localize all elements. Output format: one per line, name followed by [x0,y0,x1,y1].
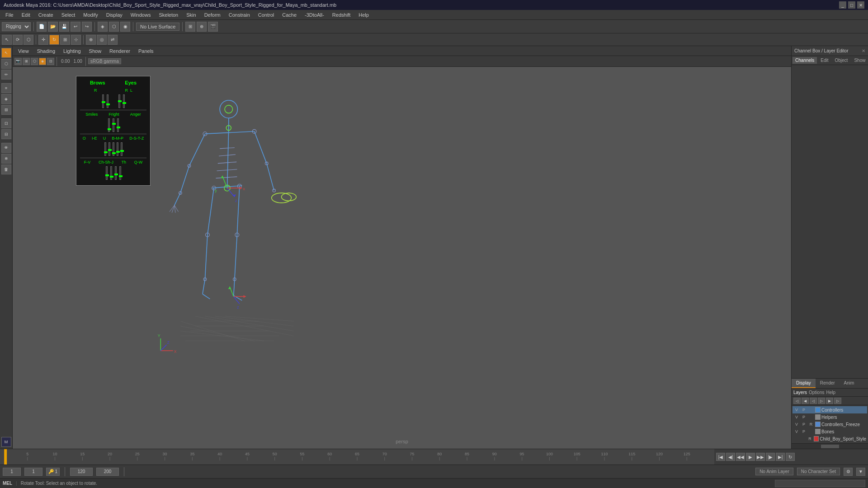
layer-p-4[interactable]: P [801,429,807,434]
layer-row[interactable]: V P Helpers [793,413,867,421]
menu-select[interactable]: Select [58,11,79,19]
char-set-menu-btn[interactable]: ▼ [856,468,865,476]
rotate-tool-btn[interactable]: ↻ [49,35,59,45]
select-tool-btn[interactable]: ↖ [2,35,12,45]
ph-u-slider[interactable] [113,142,114,156]
close-button[interactable]: ✕ [857,1,864,9]
universal-tool-btn[interactable]: ⊹ [71,35,81,45]
brow-l-slider[interactable] [107,94,108,108]
menu-display[interactable]: Display [103,11,126,19]
menu-skin[interactable]: Skin [183,11,199,19]
layer-color-3[interactable] [815,422,821,427]
eye-l-slider[interactable] [123,94,125,108]
fright-slider[interactable] [113,118,114,132]
vp-shading-menu[interactable]: Shading [33,47,59,55]
play-back-btn[interactable]: ◀◀ [736,453,745,461]
vp-renderer-menu[interactable]: Renderer [106,47,134,55]
render-settings-btn[interactable]: ⊞ [1,105,11,115]
help-subtab[interactable]: Help [826,390,835,395]
go-start-btn[interactable]: |◀ [716,453,725,461]
loop-btn[interactable]: ↻ [786,453,795,461]
layer-new-btn[interactable]: ◁ [793,398,801,404]
new-scene-btn[interactable]: 📄 [37,22,47,32]
outliner-btn[interactable]: ≡ [1,83,11,93]
ph-fv-slider[interactable] [106,166,108,180]
menu-control[interactable]: Control [255,11,278,19]
channel-box-close[interactable]: ✕ [862,48,865,53]
layer-v-2[interactable]: V [793,415,800,419]
layer-color-5[interactable] [814,436,819,441]
hypershade-btn[interactable]: ◈ [1,94,11,104]
show-hide-btn[interactable]: 👁 [1,143,11,153]
menu-help[interactable]: Help [355,11,373,19]
layer-r-5[interactable]: R [807,436,813,441]
select-mode-btn[interactable]: ↖ [1,48,11,58]
anim-tab[interactable]: Anim [840,379,859,388]
grid-btn[interactable]: ⊞ [185,22,195,32]
go-end-btn[interactable]: ▶| [776,453,785,461]
vp-shade-btn[interactable]: ◈ [39,58,46,65]
layers-subtab[interactable]: Layers [793,390,807,395]
layer-v-4[interactable]: V [793,429,800,434]
range-end-input[interactable] [96,468,119,476]
menu-3dtall[interactable]: -3DtoAll- [301,11,328,19]
mode-dropdown[interactable]: Rigging [2,22,31,31]
layer-color-1[interactable] [815,407,821,413]
paint-select-btn[interactable]: ⬡ [24,35,33,45]
ph-th-slider[interactable] [115,166,117,180]
vp-cam-btn[interactable]: 📷 [14,58,22,65]
lasso-btn[interactable]: ⬡ [109,22,119,32]
step-back-btn[interactable]: ◀| [726,453,735,461]
mel-input-btn[interactable]: M [1,437,11,447]
char-set-label[interactable]: No Character Set [797,468,840,475]
char-set-options-btn[interactable]: ⚙ [844,468,853,476]
paint-btn[interactable]: ✏ [1,70,11,80]
layer-r-3[interactable]: R [808,422,814,427]
layer-row[interactable]: V P Controllers [793,406,867,413]
vp-wireframe-btn[interactable]: ⬡ [31,58,38,65]
mel-input[interactable] [775,480,865,487]
vp-view-menu[interactable]: View [14,47,33,55]
sym-btn[interactable]: ⇌ [108,35,118,45]
menu-file[interactable]: File [2,11,17,19]
ph-o-slider[interactable] [104,142,106,156]
layer-p-3[interactable]: P [801,422,807,427]
window-controls[interactable]: _ □ ✕ [839,1,864,9]
layer-color-4[interactable] [815,429,821,434]
soft-select-btn[interactable]: ◎ [97,35,107,45]
layer-fwd-btn[interactable]: ▷ [818,398,825,404]
srgb-label[interactable]: sRGB gamma [88,58,121,64]
play-fwd-btn[interactable]: ▶▶ [756,453,765,461]
freeze-btn[interactable]: ❄ [1,154,11,164]
step-fwd-btn[interactable]: |▶ [766,453,775,461]
current-frame-input[interactable] [3,468,21,476]
menu-skeleton[interactable]: Skeleton [155,11,182,19]
scale-tool-btn[interactable]: ⊞ [60,35,70,45]
component-btn[interactable]: ⬡ [1,59,11,69]
render-tab[interactable]: Render [816,379,840,388]
viewport-content[interactable]: Brows Eyes R R L [13,67,791,449]
menu-constrain[interactable]: Constrain [225,11,254,19]
lasso-tool-btn[interactable]: ⟳ [13,35,23,45]
anger-slider[interactable] [117,118,119,132]
menu-cache[interactable]: Cache [278,11,300,19]
edit-tab[interactable]: Edit [818,57,831,64]
paint-btn[interactable]: ◉ [120,22,130,32]
ph-dstz-slider[interactable] [121,142,123,156]
menu-redshift[interactable]: Redshift [329,11,354,19]
ph-ie-slider[interactable] [108,142,110,156]
attr-editor-btn[interactable]: ⊡ [1,118,11,128]
layer-scrollbar[interactable] [792,443,868,449]
viewport[interactable]: View Shading Lighting Show Renderer Pane… [13,46,791,449]
show-tab[interactable]: Show [851,57,868,64]
options-subtab[interactable]: Options [809,390,824,395]
layer-v-1[interactable]: V [793,408,800,412]
ph-qw-slider[interactable] [119,166,121,180]
timeline-ruler[interactable] [0,449,714,465]
play-btn[interactable]: ▶ [746,453,755,461]
frame-display-input[interactable] [24,468,42,476]
smiles-slider[interactable] [108,118,110,132]
menu-deform[interactable]: Deform [201,11,224,19]
open-scene-btn[interactable]: 📂 [48,22,58,32]
eye-r-slider[interactable] [118,94,120,108]
